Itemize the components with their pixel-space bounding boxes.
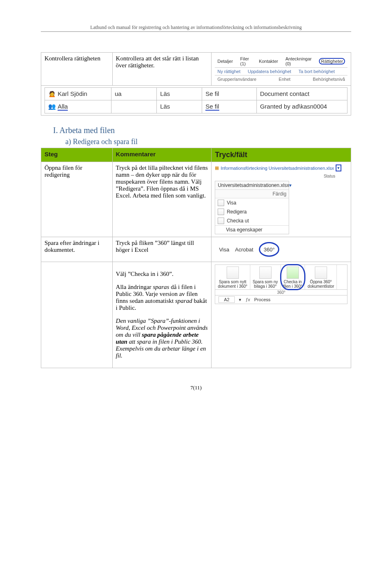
table-row: 🙍 Karl Sjödin ua Läs Se fil Document con… — [41, 86, 351, 116]
dropdown-filename: Universitetsadministrationen.xlsx — [218, 182, 289, 188]
excel-ribbon-mock: Spara som nyttdokument i 360° Spara som … — [215, 264, 347, 304]
ribbon-grp-save-new-attach[interactable]: Spara som nybilaga i 360° — [250, 265, 281, 289]
perm-note: Granted by ad\kasn0004 — [256, 100, 347, 113]
cell-komm: Välj ”Checka in i 360”. Alla ändringar s… — [112, 262, 212, 368]
ribbon-grp-save-new-doc[interactable]: Spara som nyttdokument i 360° — [215, 265, 250, 289]
subsection-heading-a: a) Redigera och spara fil — [65, 138, 351, 146]
perm-sefil: Se fil — [205, 103, 219, 111]
table-edit-save: Steg Kommentarer Tryck/fält Öppna filen … — [41, 148, 351, 368]
col-tryckfalt: Tryck/fält — [212, 148, 351, 162]
menu-item-label: Redigera — [227, 209, 247, 215]
menu-item-label: Visa — [227, 200, 236, 206]
perm-note: Document contact — [256, 88, 347, 100]
col-behorighetsniva: Behörighetsnivå — [313, 77, 345, 82]
permissions-table: 🙍 Karl Sjödin ua Läs Se fil Document con… — [45, 87, 347, 113]
menu-item-checka-ut[interactable]: Checka ut — [215, 216, 289, 225]
status-label: Status — [215, 174, 347, 178]
tab-detaljer[interactable]: Detaljer — [217, 59, 233, 64]
table-header-row: Steg Kommentarer Tryck/fält — [41, 148, 351, 162]
table-row: Öppna filen för redigering Tryck på det … — [41, 162, 351, 237]
action-tabort[interactable]: Ta bort behörighet — [298, 69, 335, 74]
dropdown-caret-icon[interactable]: ▾ — [239, 297, 241, 302]
cell-komm: Kontrollera att det står rätt i listan ö… — [112, 53, 212, 86]
dropdown-caret-icon[interactable]: ▾ — [289, 182, 292, 188]
action-ny-rattighet[interactable]: Ny rättighet — [217, 69, 240, 74]
formula-bar-value[interactable]: Process — [254, 297, 271, 302]
actions-row: Ny rättighet Uppdatera behörighet Ta bor… — [215, 68, 347, 76]
page-footer: 7(11) — [41, 384, 351, 391]
perm-user: Alla — [58, 103, 68, 111]
excel-tab-acrobat[interactable]: Acrobat — [235, 247, 254, 253]
file-crumb: ▦ Informationsförteckning Universitetsad… — [215, 164, 347, 171]
menu-item-redigera[interactable]: Redigera — [215, 207, 289, 216]
perm-user: Karl Sjödin — [58, 90, 87, 97]
table-row: 👥 Alla Läs Se fil Granted by ad\kasn0004 — [45, 100, 347, 113]
table-control-rights: Kontrollera rättigheten Kontrollera att … — [41, 52, 351, 116]
col-enhet: Enhet — [279, 77, 291, 82]
page-header: Lathund och manual för registrering och … — [41, 24, 351, 32]
cell-steg: Spara efter ändringar i dokumentet. — [41, 237, 113, 262]
para-3: Den vanliga ”Spara”-funktionen i Word, E… — [116, 318, 208, 359]
checkin-icon — [287, 267, 299, 279]
perm-las: Läs — [157, 88, 202, 100]
edit-icon — [218, 209, 224, 215]
attachment-icon — [259, 267, 272, 279]
perm-las: Läs — [157, 100, 202, 113]
fx-icon[interactable]: ƒx — [245, 297, 250, 302]
col-grupper: Grupper/användare — [217, 77, 256, 82]
action-uppdatera[interactable]: Uppdatera behörighet — [248, 69, 291, 74]
crumb-filename[interactable]: Informationsförteckning Universitetsadmi… — [220, 166, 334, 171]
col-steg: Steg — [41, 148, 113, 162]
menu-item-visa-egenskaper[interactable]: Visa egenskaper — [215, 225, 289, 234]
col-kommentarer: Kommentarer — [112, 148, 212, 162]
ribbon-grp-open-doclists[interactable]: Öppna 360°dokumentlistor — [305, 265, 337, 289]
table-row: Kontrollera rättigheten Kontrollera att … — [41, 53, 351, 86]
table-row: Spara efter ändringar i dokumentet. Tryc… — [41, 237, 351, 262]
table-row: 🙍 Karl Sjödin ua Läs Se fil Document con… — [45, 88, 347, 100]
checkout-icon — [218, 218, 224, 224]
rights-panel-mock: Detaljer Filer (1) Kontakter Anteckninga… — [215, 55, 347, 83]
dropdown-status: Färdig — [272, 191, 286, 197]
folder-icon: ▦ — [215, 165, 219, 171]
section-heading-I: I. Arbeta med filen — [53, 126, 351, 135]
perm-ua — [111, 100, 157, 113]
ribbon-grp-checkin[interactable]: Checka infilen i 360° — [281, 265, 305, 289]
cell-komm: Tryck på fliken ”360” längst till höger … — [112, 237, 212, 262]
menu-item-label: Checka ut — [227, 218, 249, 224]
para-2: Alla ändringar sparas då i filen i Publi… — [116, 284, 208, 311]
tab-rattigheter[interactable]: Rättigheter — [319, 58, 345, 64]
tab-anteckningar[interactable]: Anteckningar (0) — [285, 56, 312, 66]
doclist-icon — [315, 267, 327, 279]
excel-tabs-mock: Visa Acrobat 360° — [215, 240, 347, 259]
cell-ui: Detaljer Filer (1) Kontakter Anteckninga… — [212, 53, 351, 86]
cell-steg: Öppna filen för redigering — [41, 162, 113, 237]
menu-item-label: Visa egenskaper — [226, 227, 262, 233]
perm-sefil: Se fil — [202, 88, 256, 100]
perm-ua: ua — [111, 88, 157, 100]
excel-tab-360[interactable]: 360° — [259, 242, 279, 257]
labels-row: Grupper/användare Enhet Behörighetsnivå — [215, 76, 347, 83]
cell-name-box[interactable]: A2 — [218, 296, 234, 303]
table-row: Välj ”Checka in i 360”. Alla ändringar s… — [41, 262, 351, 368]
tab-filer[interactable]: Filer (1) — [240, 56, 252, 66]
cell-steg-empty — [41, 262, 113, 368]
cell-komm: Tryck på det lilla piltecknet vid filens… — [112, 162, 212, 237]
cell-steg: Kontrollera rättigheten — [41, 53, 113, 86]
menu-item-visa[interactable]: Visa — [215, 198, 289, 207]
file-dropdown: Universitetsadministrationen.xlsx ▾ Färd… — [215, 181, 289, 234]
save-icon — [227, 267, 239, 279]
tabs-row: Detaljer Filer (1) Kontakter Anteckninga… — [215, 55, 347, 68]
excel-tab-visa[interactable]: Visa — [219, 247, 229, 253]
para-1: Välj ”Checka in i 360”. — [116, 271, 208, 278]
ribbon-group-label: 360° — [215, 290, 347, 295]
folder-icon — [218, 200, 224, 206]
crumb-dropdown-icon[interactable]: ▾ — [336, 164, 341, 171]
tab-kontakter[interactable]: Kontakter — [259, 59, 278, 64]
